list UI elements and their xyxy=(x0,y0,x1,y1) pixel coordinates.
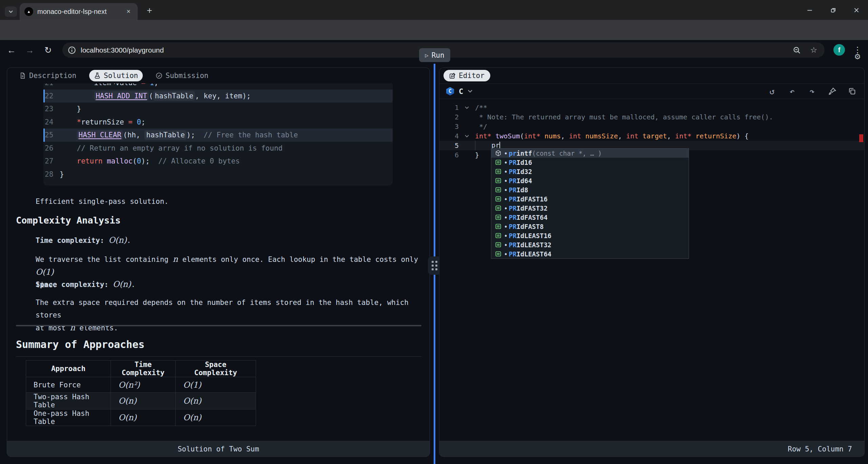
run-button[interactable]: ▷ Run xyxy=(419,48,450,62)
redo-icon[interactable]: ↷ xyxy=(807,86,817,97)
suggestion-label: IdLEAST64 xyxy=(516,250,551,258)
suggestion-item[interactable]: •PRIdLEAST64 xyxy=(491,249,689,258)
browser-tab[interactable]: ▲ monaco-editor-lsp-next ✕ xyxy=(20,3,138,20)
line-number: 23 xyxy=(45,105,60,113)
zoom-out-icon[interactable] xyxy=(791,44,803,56)
suggestion-item[interactable]: •PRId32 xyxy=(491,167,689,176)
line-number: 22 xyxy=(45,92,60,100)
suggestion-match: PR xyxy=(509,214,516,221)
undo-icon[interactable]: ↶ xyxy=(787,86,797,97)
suggestion-label: Id32 xyxy=(516,168,532,175)
suggestion-match: PR xyxy=(509,250,516,258)
suggestion-detail: (const char *, … ) xyxy=(532,150,602,157)
language-name[interactable]: C xyxy=(459,87,463,96)
suggestion-item[interactable]: •PRId8 xyxy=(491,185,689,194)
table-header-cell: Time Complexity xyxy=(111,361,176,377)
format-brush-icon[interactable] xyxy=(827,86,837,97)
tab-close-icon[interactable]: ✕ xyxy=(124,7,133,16)
editor-line[interactable]: 4int* twoSum(int* nums, int numsSize, in… xyxy=(439,131,864,141)
table-header-row: ApproachTime ComplexitySpace Complexity xyxy=(26,361,256,377)
suggestion-bullet: • xyxy=(504,186,508,194)
autocomplete-popup: •printf(const char *, … )•PRId16•PRId32•… xyxy=(491,148,689,259)
line-content: *returnSize = 0; xyxy=(60,118,145,126)
suggestion-item[interactable]: •printf(const char *, … ) xyxy=(491,149,689,158)
suggestion-label: Id16 xyxy=(516,159,532,166)
site-favicon: ▲ xyxy=(24,7,33,16)
panel-tab-solution[interactable]: Solution xyxy=(89,70,143,81)
tab-search-button[interactable] xyxy=(5,6,17,17)
settings-gear-icon[interactable]: ⚙ xyxy=(852,50,863,62)
bookmark-star-icon[interactable]: ☆ xyxy=(808,44,820,56)
table-cell: O(n) xyxy=(111,409,176,426)
suggestion-item[interactable]: •PRIdFAST16 xyxy=(491,194,689,204)
fold-chevron-icon[interactable] xyxy=(459,135,475,138)
close-icon xyxy=(853,7,860,13)
browser-toolbar: ← → ↻ localhost:3000/playground ☆ f ⋮ xyxy=(0,20,868,40)
copy-icon[interactable] xyxy=(847,86,857,97)
suggestion-match: PR xyxy=(509,241,516,249)
suggestion-bullet: • xyxy=(504,214,508,221)
window-close-button[interactable] xyxy=(849,4,864,16)
site-info-icon[interactable] xyxy=(68,46,76,54)
back-button[interactable]: ← xyxy=(6,44,17,56)
line-content: HASH_ADD_INT(hashTable, key, item); xyxy=(60,92,251,100)
code-line: 23 } xyxy=(43,102,393,116)
editor-line-number: 3 xyxy=(439,122,459,131)
check-circle-icon xyxy=(156,72,162,79)
suggestion-label: IdFAST32 xyxy=(516,205,548,212)
profile-avatar[interactable]: f xyxy=(833,44,845,56)
edit-pencil-icon xyxy=(449,73,456,79)
table-cell: O(n) xyxy=(176,393,256,409)
suggestion-match: PR xyxy=(509,168,516,175)
c-language-icon: C xyxy=(446,87,454,96)
solution-footer-label: Solution of Two Sum xyxy=(178,445,259,453)
suggestion-item[interactable]: •PRIdLEAST16 xyxy=(491,231,689,240)
solution-footer: Solution of Two Sum xyxy=(7,441,430,457)
suggestion-item[interactable]: •PRIdFAST8 xyxy=(491,222,689,231)
code-editor[interactable]: 1/**2 * Note: The returned array must be… xyxy=(439,99,864,441)
suggestion-item[interactable]: •PRId64 xyxy=(491,176,689,185)
table-cell: Brute Force xyxy=(26,377,111,393)
suggestion-bullet: • xyxy=(504,205,508,212)
editor-line[interactable]: 2 * Note: The returned array must be mal… xyxy=(439,112,864,122)
forward-button[interactable]: → xyxy=(24,44,36,56)
fold-chevron-icon[interactable] xyxy=(459,106,475,109)
suggestion-label: IdFAST16 xyxy=(516,195,548,203)
table-header-cell: Approach xyxy=(26,361,111,377)
suggestion-item[interactable]: •PRIdLEAST32 xyxy=(491,240,689,249)
space-complexity-paragraph: The extra space required depends on the … xyxy=(36,296,430,334)
code-line: 24 *returnSize = 0; xyxy=(43,116,393,129)
editor-line[interactable]: 1/** xyxy=(439,103,864,112)
editor-line-content: */ xyxy=(475,122,487,131)
line-content: // Return an empty array if no solution … xyxy=(60,144,282,152)
suggestion-match: PR xyxy=(509,232,516,239)
window-minimize-button[interactable] xyxy=(802,4,817,16)
code-line: 25 HASH_CLEAR(hh, hashTable); // Free th… xyxy=(43,129,393,142)
panel-tab-submission[interactable]: Submission xyxy=(151,70,213,81)
language-chevron-icon[interactable] xyxy=(468,90,473,93)
text-icon xyxy=(495,205,501,211)
suggestion-label: IdLEAST32 xyxy=(516,241,551,249)
window-restore-button[interactable] xyxy=(826,4,841,16)
reset-icon[interactable]: ↺ xyxy=(767,86,777,97)
table-cell: O(n) xyxy=(111,393,176,409)
browser-tab-strip: ▲ monaco-editor-lsp-next ✕ + xyxy=(0,0,868,20)
new-tab-button[interactable]: + xyxy=(144,5,155,16)
panel-tab-description[interactable]: Description xyxy=(15,70,81,81)
editor-line[interactable]: 3 */ xyxy=(439,122,864,131)
solution-content: 21 item→value = 1;22 HASH_ADD_INT(hashTa… xyxy=(7,83,430,441)
cube-icon xyxy=(495,150,501,156)
suggestion-bullet: • xyxy=(504,159,508,166)
text-icon xyxy=(495,196,501,202)
editor-tab[interactable]: Editor xyxy=(443,70,490,81)
suggestion-item[interactable]: •PRIdFAST64 xyxy=(491,213,689,222)
suggestion-match: PR xyxy=(509,223,516,230)
suggestion-bullet: • xyxy=(504,150,508,157)
text-icon xyxy=(495,168,501,175)
editor-tab-label: Editor xyxy=(459,72,485,80)
reload-button[interactable]: ↻ xyxy=(42,44,54,56)
text-icon xyxy=(495,177,501,184)
suggestion-item[interactable]: •PRIdFAST32 xyxy=(491,204,689,213)
suggestion-item[interactable]: •PRId16 xyxy=(491,158,689,167)
code-line: 22 HASH_ADD_INT(hashTable, key, item); xyxy=(43,90,393,103)
